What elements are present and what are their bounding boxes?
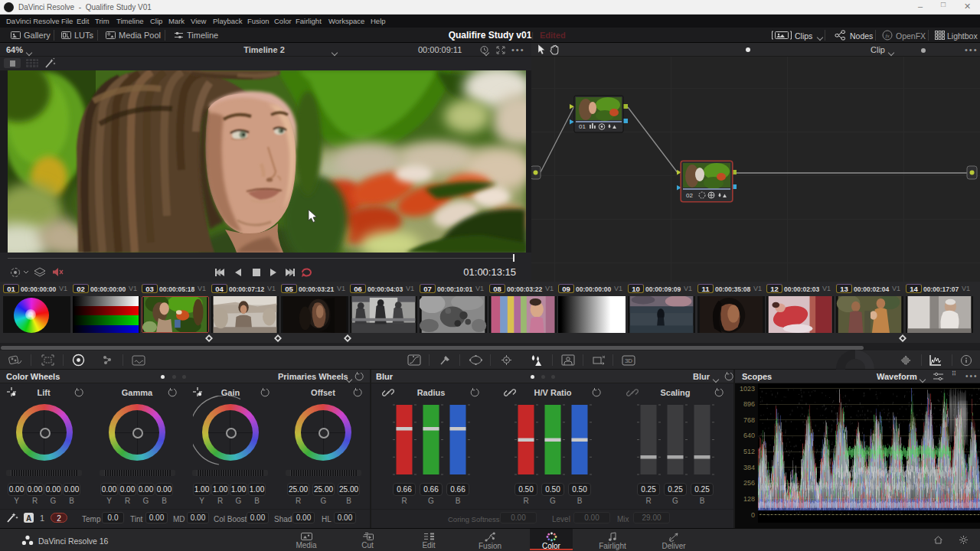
svg-text:A: A [26, 514, 31, 523]
svg-text:3D: 3D [625, 357, 632, 364]
svg-text:01: 01 [579, 123, 586, 130]
svg-text:fx: fx [885, 33, 890, 39]
svg-text:02: 02 [686, 192, 693, 199]
